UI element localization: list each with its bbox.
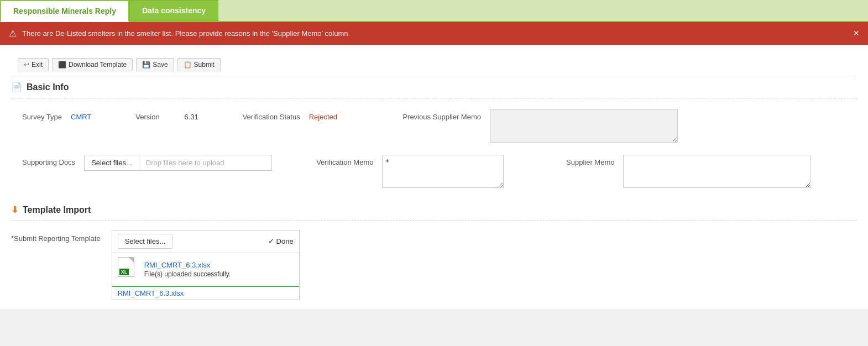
download-icon: ⬛: [58, 61, 66, 69]
survey-type-field: Survey Type CMRT: [22, 109, 91, 121]
template-import-header: ⬇ Template Import: [11, 205, 857, 215]
version-value: 6.31: [184, 109, 198, 121]
verification-status-value: Rejected: [309, 109, 337, 121]
verification-memo-field: Verification Memo: [316, 155, 504, 188]
excel-file-icon: XL: [118, 257, 139, 281]
supplier-memo-label: Supplier Memo: [559, 155, 614, 166]
basic-info-row2: Supporting Docs Select files... Drop fil…: [11, 153, 857, 193]
file-item: XL RMI_CMRT_6.3.xlsx File(s) uploaded su…: [112, 253, 299, 286]
verification-status-label: Verification Status: [243, 109, 300, 121]
file-bottom-link[interactable]: RMI_CMRT_6.3.xlsx: [112, 286, 299, 300]
excel-badge: XL: [119, 269, 129, 275]
import-row: *Submit Reporting Template Select files.…: [11, 230, 857, 300]
import-upload-box: Select files... ✓ Done XL RMI_CMRT_6.3.x…: [112, 230, 300, 300]
supporting-docs-upload: Select files... Drop files here to uploa…: [84, 155, 272, 171]
submit-button[interactable]: 📋 Submit: [177, 58, 221, 71]
submit-reporting-label: *Submit Reporting Template: [11, 230, 101, 243]
basic-info-header: 📄 Basic Info: [11, 82, 857, 92]
save-icon: 💾: [142, 61, 150, 69]
previous-supplier-memo-input[interactable]: [490, 109, 678, 143]
submit-icon: 📋: [184, 61, 192, 69]
tab-data-consistency[interactable]: Data consistency: [129, 0, 218, 21]
tab-bar: Responsible Minerals Reply Data consiste…: [0, 0, 868, 22]
exit-button[interactable]: ↩ Exit: [18, 58, 49, 71]
download-template-button[interactable]: ⬛ Download Template: [52, 58, 133, 71]
exit-icon: ↩: [24, 61, 29, 69]
drop-zone-text: Drop files here to upload: [139, 155, 271, 170]
basic-info-icon: 📄: [11, 82, 22, 92]
verification-memo-input[interactable]: [382, 155, 504, 188]
survey-type-value: CMRT: [71, 109, 91, 121]
excel-corner: [129, 258, 134, 263]
file-name-link[interactable]: RMI_CMRT_6.3.xlsx: [144, 261, 231, 269]
template-import-divider: [11, 221, 857, 221]
supplier-memo-input[interactable]: [623, 155, 811, 188]
verification-status-field: Verification Status Rejected: [243, 109, 337, 121]
warning-icon: ⚠: [9, 28, 17, 39]
tab-responsible-minerals[interactable]: Responsible Minerals Reply: [0, 0, 129, 22]
import-icon: ⬇: [11, 205, 18, 215]
basic-info-section: 📄 Basic Info Survey Type CMRT Version 6.…: [11, 76, 857, 193]
survey-type-label: Survey Type: [22, 109, 66, 121]
basic-info-divider: [11, 98, 857, 98]
done-label: ✓ Done: [268, 237, 294, 245]
alert-content: ⚠ There are De-Listed smelters in the sm…: [9, 28, 350, 39]
main-content: ↩ Exit ⬛ Download Template 💾 Save 📋 Subm…: [0, 45, 868, 309]
file-success-message: File(s) uploaded successfully.: [144, 270, 231, 278]
save-button[interactable]: 💾 Save: [136, 58, 174, 71]
file-info: RMI_CMRT_6.3.xlsx File(s) uploaded succe…: [144, 261, 231, 278]
version-label: Version: [135, 109, 180, 121]
verification-memo-label: Verification Memo: [316, 155, 373, 166]
template-import-section: ⬇ Template Import *Submit Reporting Temp…: [11, 205, 857, 300]
version-field: Version 6.31: [135, 109, 198, 121]
supplier-memo-field: Supplier Memo: [559, 155, 811, 188]
supporting-docs-label: Supporting Docs: [22, 155, 75, 166]
import-select-button[interactable]: Select files...: [118, 234, 173, 249]
alert-message: There are De-Listed smelters in the smel…: [22, 29, 350, 38]
toolbar: ↩ Exit ⬛ Download Template 💾 Save 📋 Subm…: [11, 54, 857, 76]
previous-supplier-memo-field: Previous Supplier Memo: [393, 109, 678, 143]
supporting-docs-field: Supporting Docs Select files... Drop fil…: [22, 155, 272, 171]
basic-info-row1: Survey Type CMRT Version 6.31 Verificati…: [11, 107, 857, 148]
alert-banner: ⚠ There are De-Listed smelters in the sm…: [0, 22, 868, 45]
alert-close-button[interactable]: ×: [853, 28, 859, 39]
supporting-docs-select-button[interactable]: Select files...: [85, 155, 139, 170]
import-upload-top: Select files... ✓ Done: [112, 230, 299, 253]
previous-supplier-memo-label: Previous Supplier Memo: [393, 109, 481, 121]
